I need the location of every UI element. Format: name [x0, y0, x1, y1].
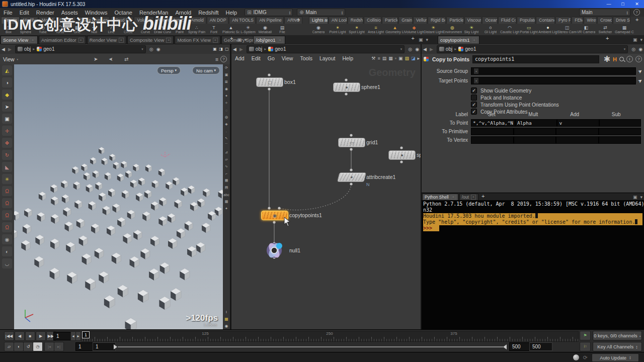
shelf-tab[interactable]: Guide Brushes [76, 17, 110, 24]
node-label[interactable]: grid1 [366, 139, 378, 145]
linked-pane-icon[interactable]: ▣ [398, 56, 403, 61]
radial-menu-icon[interactable]: ◉ [415, 47, 419, 52]
maximize-pane-icon[interactable]: ▢ [224, 46, 230, 52]
network-node-null[interactable] [265, 241, 284, 260]
shelf-tab[interactable]: AN TOOLS [229, 17, 256, 24]
keys-info-button[interactable]: 0 keys, 0/0 channels▴ [593, 331, 642, 340]
shelf-tab[interactable]: Create [1, 17, 20, 24]
shelf-tab[interactable]: RenderMan 22 [154, 17, 188, 24]
network-menu-item[interactable]: Help [339, 55, 357, 61]
close-button[interactable]: ✕ [630, 2, 644, 7]
checkbox[interactable]: ✓ [471, 102, 477, 108]
range-slider-track[interactable] [118, 346, 503, 347]
checkbox[interactable]: ✓ [471, 87, 477, 94]
network-editor[interactable]: Geometry ▢box1●sphere1▭grid1●sphere2✦att… [231, 63, 421, 329]
playhead-marker[interactable]: 1 [82, 331, 90, 338]
shelf-tool[interactable]: ◧ VR Camera [577, 24, 596, 35]
forward-icon[interactable]: ▶ [430, 47, 433, 52]
pane-tab[interactable]: Render View× [87, 36, 126, 44]
checkbox[interactable] [471, 95, 477, 101]
node-label[interactable]: null1 [289, 247, 300, 253]
range-start-field[interactable]: 1 [75, 342, 95, 351]
shelf-tool[interactable]: ∴ Spray Paint [188, 24, 205, 35]
node-label[interactable]: sphere1 [361, 84, 380, 90]
forward-icon[interactable]: ▶ [239, 47, 243, 52]
path-field[interactable]: obj ▸ geo1 ▾ [247, 45, 405, 53]
menu-item[interactable]: Redshift [195, 10, 222, 16]
snapshot-cam-icon[interactable]: ◉ [223, 323, 229, 329]
matrix-cell[interactable] [471, 128, 514, 135]
snapshot-pane-icon[interactable]: ▣ [212, 46, 218, 52]
radial-menu-icon[interactable]: ◉ [156, 47, 160, 52]
pane-tab[interactable]: Animation Editor× [39, 36, 86, 44]
houdini-help-icon[interactable]: H [613, 56, 617, 62]
tree-view-icon[interactable]: ≡ [377, 56, 380, 61]
path-dropdown-icon[interactable]: ▾ [400, 47, 403, 51]
transport-button[interactable]: ▶ [36, 331, 46, 341]
matrix-cell[interactable] [599, 128, 641, 135]
desktop-dropdown[interactable]: ⊞ IDMG ▴▾ [245, 9, 293, 16]
shelf-add-tab-right[interactable]: + [633, 17, 641, 23]
shelf-tab[interactable]: AN Look... [329, 17, 347, 24]
shelf-tool[interactable]: ✶ Spot Light [347, 24, 366, 35]
shelf-tab[interactable]: Arnold [188, 17, 206, 24]
more-icon[interactable]: ▸ [417, 56, 420, 61]
viewport-help-icon[interactable]: ? [220, 56, 227, 62]
network-node-sphere[interactable]: ● [388, 150, 416, 160]
back-icon[interactable]: ◀ [2, 47, 5, 52]
material-icon[interactable]: ◆ [2, 89, 12, 100]
network-menu-item[interactable]: Go [264, 55, 278, 61]
shelf-tab[interactable]: Rigid Bo... [428, 17, 446, 24]
point-normals-icon[interactable]: ↖ [223, 135, 229, 141]
shelf-tab[interactable]: Particle... [446, 17, 463, 24]
shelf-tab[interactable]: Redshift [348, 17, 363, 24]
node-label[interactable]: sphere2 [417, 152, 421, 158]
ghost-objects-icon[interactable]: ◌ [223, 107, 229, 113]
shelf-add-tab-left[interactable]: + [294, 17, 302, 23]
help-button[interactable]: ? [633, 9, 640, 16]
range-start-field2[interactable]: 1 [93, 342, 116, 351]
shelf-tool[interactable]: ✛ Null [86, 24, 103, 35]
visualizer-icon[interactable]: ▩ [223, 199, 229, 205]
param-input[interactable]: ▾ [471, 67, 636, 75]
path-field[interactable]: obj ▸ geo1 ▾ [437, 45, 628, 53]
shelf-tab[interactable]: Fluid Co... [498, 17, 516, 24]
axis-icon[interactable]: ⌐ [223, 170, 229, 176]
node-name-field[interactable]: copytopoints1 [472, 55, 599, 63]
shelf-tab[interactable]: Particles [382, 17, 398, 24]
shelf-tab[interactable]: Crowds [597, 17, 612, 24]
show-handles-icon[interactable]: ✛ [2, 126, 12, 136]
grid-snap-icon[interactable]: ▦ [388, 56, 393, 61]
frame-step-fwd[interactable]: ▸ [75, 331, 81, 341]
menu-item[interactable]: Edit [16, 10, 33, 16]
group-list-icon[interactable]: ▤ [223, 185, 229, 191]
close-tab-icon[interactable]: × [78, 38, 84, 43]
stow-pane-icon[interactable]: ◨ [218, 46, 224, 52]
view-rotate-icon[interactable]: ⟳ [223, 65, 229, 71]
shelf-tool[interactable]: / Line [103, 24, 120, 35]
matrix-cell[interactable] [471, 136, 514, 144]
shelf-tool[interactable]: ◆ Volume Light [405, 24, 424, 35]
transport-button[interactable]: ■ [25, 331, 35, 341]
shelf-tool[interactable]: ▢ Box [0, 24, 17, 35]
list-view-icon[interactable]: ▤ [382, 56, 387, 61]
close-tab-icon[interactable]: × [472, 38, 477, 43]
pane-link-dropdown[interactable]: ⊕ Main ▴▾ [297, 9, 345, 16]
shelf-tab[interactable]: Model [39, 17, 56, 24]
pane-tab[interactable]: /obj/geo1× [253, 36, 285, 44]
maximize-button[interactable]: □ [616, 2, 630, 7]
shelf-tab[interactable]: AN DOP [207, 17, 228, 24]
shelf-tool[interactable]: ✏ Paint [171, 24, 188, 35]
forward-icon[interactable]: ▶ [8, 47, 12, 52]
shelf-tab[interactable]: Cloud FX [110, 17, 133, 24]
shelf-tab[interactable]: Wires [584, 17, 597, 24]
main-desktop-dropdown-right[interactable]: Main ▴▾ [579, 9, 630, 16]
snap-grid-magnet-icon[interactable]: Ω [2, 186, 12, 196]
global-anim-options[interactable]: ◷ [33, 342, 43, 351]
menu-item[interactable]: Arnold [172, 10, 195, 16]
matrix-cell[interactable] [599, 136, 641, 144]
path-root[interactable]: obj [446, 46, 452, 52]
prim-normals-icon[interactable]: ⊿ [223, 149, 229, 155]
shelf-tab[interactable]: Volume [134, 17, 153, 24]
shelf-tool[interactable]: ◍ Environment Light [443, 24, 462, 35]
